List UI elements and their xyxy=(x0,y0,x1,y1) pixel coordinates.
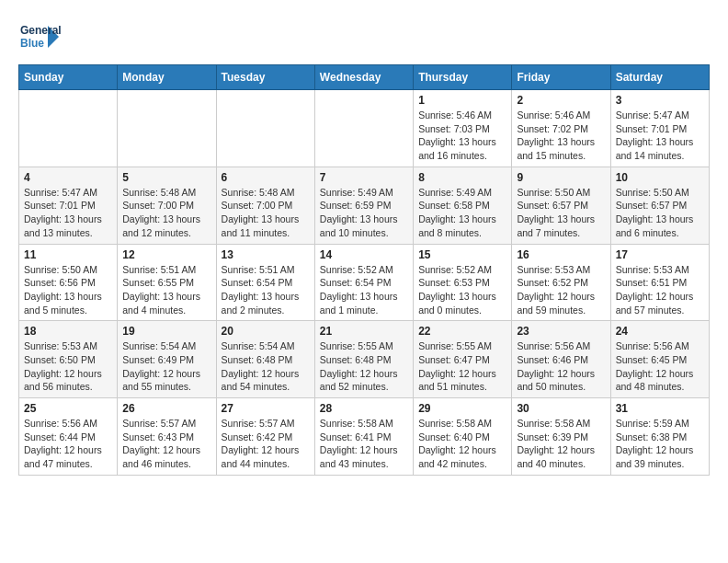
calendar-day-cell: 23Sunrise: 5:56 AM Sunset: 6:46 PM Dayli… xyxy=(512,321,610,398)
svg-text:Blue: Blue xyxy=(20,37,44,50)
calendar-day-cell xyxy=(19,90,118,167)
day-info: Sunrise: 5:52 AM Sunset: 6:54 PM Dayligh… xyxy=(320,263,408,317)
day-info: Sunrise: 5:51 AM Sunset: 6:54 PM Dayligh… xyxy=(222,263,310,317)
day-number: 13 xyxy=(222,248,310,261)
header: GeneralBlue xyxy=(18,18,710,55)
calendar-day-cell xyxy=(216,90,314,167)
day-number: 21 xyxy=(320,325,408,338)
calendar-day-cell: 8Sunrise: 5:49 AM Sunset: 6:58 PM Daylig… xyxy=(414,167,512,244)
day-info: Sunrise: 5:53 AM Sunset: 6:50 PM Dayligh… xyxy=(24,339,112,394)
day-info: Sunrise: 5:56 AM Sunset: 6:45 PM Dayligh… xyxy=(616,339,704,394)
calendar-day-cell: 22Sunrise: 5:55 AM Sunset: 6:47 PM Dayli… xyxy=(414,321,512,398)
day-info: Sunrise: 5:58 AM Sunset: 6:39 PM Dayligh… xyxy=(517,417,605,471)
day-number: 11 xyxy=(24,248,112,261)
day-info: Sunrise: 5:53 AM Sunset: 6:51 PM Dayligh… xyxy=(616,263,704,317)
day-number: 27 xyxy=(222,402,310,415)
calendar-table: SundayMondayTuesdayWednesdayThursdayFrid… xyxy=(18,64,710,476)
day-number: 10 xyxy=(616,171,704,184)
day-number: 17 xyxy=(616,248,704,261)
day-number: 2 xyxy=(517,94,605,107)
weekday-header: Sunday xyxy=(19,65,118,90)
calendar-day-cell: 13Sunrise: 5:51 AM Sunset: 6:54 PM Dayli… xyxy=(216,244,314,321)
day-number: 25 xyxy=(24,402,112,415)
calendar-day-cell xyxy=(314,90,413,167)
calendar-day-cell: 11Sunrise: 5:50 AM Sunset: 6:56 PM Dayli… xyxy=(19,244,118,321)
day-number: 12 xyxy=(122,248,210,261)
calendar-day-cell: 15Sunrise: 5:52 AM Sunset: 6:53 PM Dayli… xyxy=(414,244,512,321)
day-number: 31 xyxy=(616,402,704,415)
day-info: Sunrise: 5:47 AM Sunset: 7:01 PM Dayligh… xyxy=(616,109,704,163)
logo-svg: GeneralBlue xyxy=(18,18,64,55)
day-number: 15 xyxy=(418,248,506,261)
calendar-day-cell: 18Sunrise: 5:53 AM Sunset: 6:50 PM Dayli… xyxy=(19,321,118,398)
day-info: Sunrise: 5:54 AM Sunset: 6:48 PM Dayligh… xyxy=(222,339,310,394)
calendar-day-cell: 4Sunrise: 5:47 AM Sunset: 7:01 PM Daylig… xyxy=(19,167,118,244)
calendar-day-cell: 17Sunrise: 5:53 AM Sunset: 6:51 PM Dayli… xyxy=(610,244,709,321)
day-number: 9 xyxy=(517,171,605,184)
calendar-day-cell: 14Sunrise: 5:52 AM Sunset: 6:54 PM Dayli… xyxy=(314,244,413,321)
day-info: Sunrise: 5:49 AM Sunset: 6:58 PM Dayligh… xyxy=(418,186,506,240)
calendar-day-cell: 2Sunrise: 5:46 AM Sunset: 7:02 PM Daylig… xyxy=(512,90,610,167)
day-info: Sunrise: 5:52 AM Sunset: 6:53 PM Dayligh… xyxy=(418,263,506,317)
day-number: 26 xyxy=(122,402,210,415)
day-info: Sunrise: 5:59 AM Sunset: 6:38 PM Dayligh… xyxy=(616,417,704,471)
calendar-day-cell: 24Sunrise: 5:56 AM Sunset: 6:45 PM Dayli… xyxy=(610,321,709,398)
calendar-day-cell: 6Sunrise: 5:48 AM Sunset: 7:00 PM Daylig… xyxy=(216,167,314,244)
calendar-day-cell: 20Sunrise: 5:54 AM Sunset: 6:48 PM Dayli… xyxy=(216,321,314,398)
calendar-body: 1Sunrise: 5:46 AM Sunset: 7:03 PM Daylig… xyxy=(19,90,710,476)
day-info: Sunrise: 5:50 AM Sunset: 6:57 PM Dayligh… xyxy=(517,186,605,240)
day-number: 7 xyxy=(320,171,408,184)
day-number: 5 xyxy=(122,171,210,184)
day-info: Sunrise: 5:47 AM Sunset: 7:01 PM Dayligh… xyxy=(24,186,112,240)
day-info: Sunrise: 5:48 AM Sunset: 7:00 PM Dayligh… xyxy=(222,186,310,240)
day-number: 14 xyxy=(320,248,408,261)
day-number: 28 xyxy=(320,402,408,415)
weekday-header: Friday xyxy=(512,65,610,90)
day-number: 20 xyxy=(222,325,310,338)
calendar-week-row: 1Sunrise: 5:46 AM Sunset: 7:03 PM Daylig… xyxy=(19,90,710,167)
day-info: Sunrise: 5:50 AM Sunset: 6:57 PM Dayligh… xyxy=(616,186,704,240)
day-number: 24 xyxy=(616,325,704,338)
calendar-day-cell: 28Sunrise: 5:58 AM Sunset: 6:41 PM Dayli… xyxy=(314,398,413,476)
day-number: 1 xyxy=(418,94,506,107)
day-info: Sunrise: 5:56 AM Sunset: 6:44 PM Dayligh… xyxy=(24,417,112,471)
day-info: Sunrise: 5:55 AM Sunset: 6:48 PM Dayligh… xyxy=(320,339,408,394)
calendar-day-cell: 12Sunrise: 5:51 AM Sunset: 6:55 PM Dayli… xyxy=(118,244,216,321)
calendar-day-cell: 29Sunrise: 5:58 AM Sunset: 6:40 PM Dayli… xyxy=(414,398,512,476)
day-number: 4 xyxy=(24,171,112,184)
calendar-day-cell: 5Sunrise: 5:48 AM Sunset: 7:00 PM Daylig… xyxy=(118,167,216,244)
day-info: Sunrise: 5:58 AM Sunset: 6:41 PM Dayligh… xyxy=(320,417,408,471)
weekday-header: Saturday xyxy=(610,65,709,90)
calendar-week-row: 18Sunrise: 5:53 AM Sunset: 6:50 PM Dayli… xyxy=(19,321,710,398)
calendar-day-cell: 16Sunrise: 5:53 AM Sunset: 6:52 PM Dayli… xyxy=(512,244,610,321)
day-info: Sunrise: 5:57 AM Sunset: 6:42 PM Dayligh… xyxy=(222,417,310,471)
calendar-day-cell: 1Sunrise: 5:46 AM Sunset: 7:03 PM Daylig… xyxy=(414,90,512,167)
calendar-day-cell: 25Sunrise: 5:56 AM Sunset: 6:44 PM Dayli… xyxy=(19,398,118,476)
weekday-header: Monday xyxy=(118,65,216,90)
day-info: Sunrise: 5:48 AM Sunset: 7:00 PM Dayligh… xyxy=(122,186,210,240)
day-info: Sunrise: 5:50 AM Sunset: 6:56 PM Dayligh… xyxy=(24,263,112,317)
day-number: 23 xyxy=(517,325,605,338)
day-info: Sunrise: 5:56 AM Sunset: 6:46 PM Dayligh… xyxy=(517,339,605,394)
day-number: 19 xyxy=(122,325,210,338)
calendar-day-cell: 21Sunrise: 5:55 AM Sunset: 6:48 PM Dayli… xyxy=(314,321,413,398)
svg-text:General: General xyxy=(20,24,62,37)
calendar-day-cell: 19Sunrise: 5:54 AM Sunset: 6:49 PM Dayli… xyxy=(118,321,216,398)
day-number: 22 xyxy=(418,325,506,338)
day-number: 29 xyxy=(418,402,506,415)
calendar-week-row: 4Sunrise: 5:47 AM Sunset: 7:01 PM Daylig… xyxy=(19,167,710,244)
weekday-header: Thursday xyxy=(414,65,512,90)
calendar-day-cell: 31Sunrise: 5:59 AM Sunset: 6:38 PM Dayli… xyxy=(610,398,709,476)
calendar-day-cell: 7Sunrise: 5:49 AM Sunset: 6:59 PM Daylig… xyxy=(314,167,413,244)
logo: GeneralBlue xyxy=(18,18,64,55)
day-info: Sunrise: 5:51 AM Sunset: 6:55 PM Dayligh… xyxy=(122,263,210,317)
calendar-day-cell: 30Sunrise: 5:58 AM Sunset: 6:39 PM Dayli… xyxy=(512,398,610,476)
day-number: 18 xyxy=(24,325,112,338)
weekday-row: SundayMondayTuesdayWednesdayThursdayFrid… xyxy=(19,65,710,90)
day-info: Sunrise: 5:49 AM Sunset: 6:59 PM Dayligh… xyxy=(320,186,408,240)
day-number: 3 xyxy=(616,94,704,107)
day-info: Sunrise: 5:57 AM Sunset: 6:43 PM Dayligh… xyxy=(122,417,210,471)
calendar-week-row: 11Sunrise: 5:50 AM Sunset: 6:56 PM Dayli… xyxy=(19,244,710,321)
calendar-day-cell xyxy=(118,90,216,167)
weekday-header: Tuesday xyxy=(216,65,314,90)
